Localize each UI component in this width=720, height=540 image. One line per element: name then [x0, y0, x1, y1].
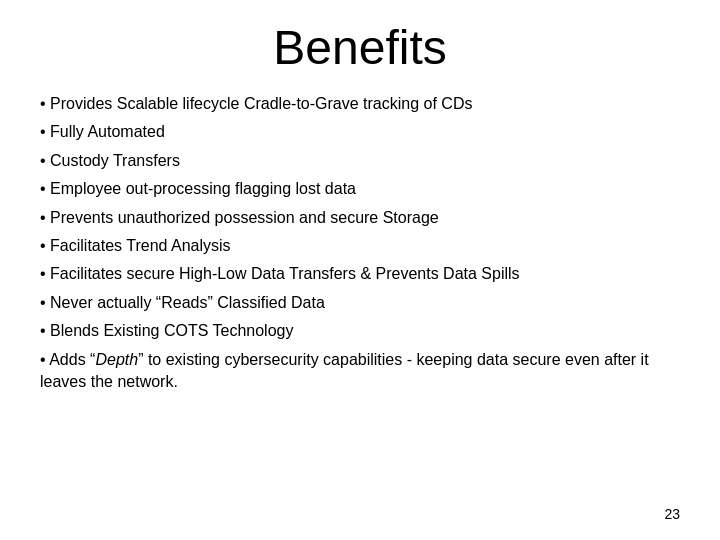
- bullet-item-7: Facilitates secure High-Low Data Transfe…: [40, 263, 680, 285]
- page-number: 23: [664, 506, 680, 522]
- bullet-item-4: Employee out-processing flagging lost da…: [40, 178, 680, 200]
- bullet-10-before: Adds “: [49, 351, 95, 368]
- slide: Benefits Provides Scalable lifecycle Cra…: [0, 0, 720, 540]
- bullet-item-8: Never actually “Reads” Classified Data: [40, 292, 680, 314]
- bullet-list: Provides Scalable lifecycle Cradle-to-Gr…: [40, 93, 680, 393]
- bullet-item-3: Custody Transfers: [40, 150, 680, 172]
- bullet-item-5: Prevents unauthorized possession and sec…: [40, 207, 680, 229]
- bullet-item-10: Adds “Depth” to existing cybersecurity c…: [40, 349, 680, 394]
- bullet-item-1: Provides Scalable lifecycle Cradle-to-Gr…: [40, 93, 680, 115]
- bullet-item-2: Fully Automated: [40, 121, 680, 143]
- bullet-item-6: Facilitates Trend Analysis: [40, 235, 680, 257]
- bullet-item-9: Blends Existing COTS Technology: [40, 320, 680, 342]
- bullet-10-italic: Depth: [95, 351, 138, 368]
- slide-title: Benefits: [40, 20, 680, 75]
